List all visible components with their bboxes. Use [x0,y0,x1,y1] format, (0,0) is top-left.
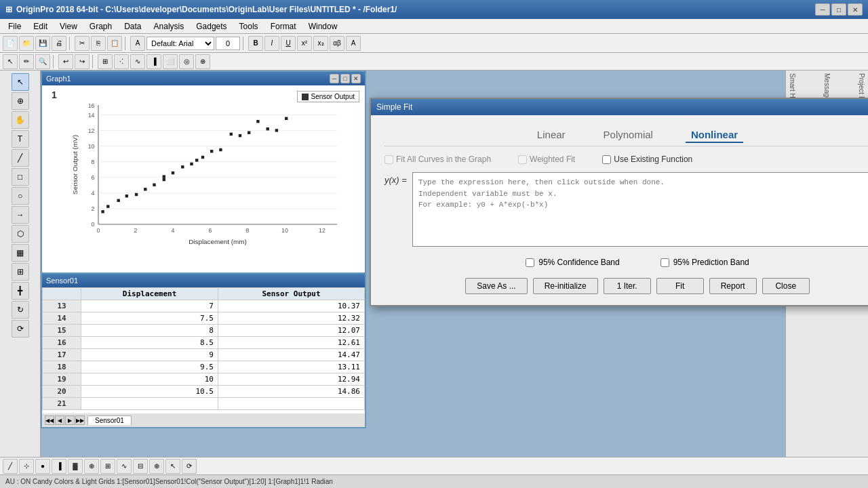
bt6[interactable]: ⊕ [84,459,99,474]
bold-btn[interactable]: B [248,36,263,51]
tab-linear[interactable]: Linear [532,127,571,143]
open-btn[interactable]: 📁 [19,36,34,51]
draw-btn[interactable]: ✏ [19,54,34,69]
weighted-fit-checkbox[interactable] [518,155,527,164]
close-button[interactable]: Close [762,278,810,294]
print-btn[interactable]: 🖨 [52,36,66,51]
underline-btn[interactable]: U [281,36,296,51]
arrow-tool[interactable]: → [12,206,29,224]
fit-all-curves-checkbox[interactable] [384,155,393,164]
misc1-btn[interactable]: ⬜ [163,54,178,69]
sheet-nav-next[interactable]: ▶ [65,415,75,425]
bt1[interactable]: ╱ [3,459,18,474]
graph-maximize[interactable]: □ [340,74,350,83]
sheet-nav-last[interactable]: ▶▶ [75,415,85,425]
region-tool[interactable]: ⬡ [12,225,29,243]
undo-btn[interactable]: ↩ [58,54,73,69]
expression-input[interactable] [412,172,868,247]
menu-format[interactable]: Format [265,20,302,33]
bt8[interactable]: ∿ [117,459,132,474]
close-button[interactable]: ✕ [848,3,863,16]
bt2[interactable]: ⊹ [19,459,34,474]
rect-tool[interactable]: □ [12,168,29,186]
screen-reader[interactable]: ╋ [12,282,29,300]
menu-view[interactable]: View [54,20,83,33]
reinitialize-button[interactable]: Re-initialize [533,278,598,294]
font-size-input[interactable] [216,37,240,50]
maximize-button[interactable]: □ [831,3,846,16]
menu-file[interactable]: File [3,20,26,33]
menu-analysis[interactable]: Analysis [149,20,190,33]
rotate-tool[interactable]: ↻ [12,301,29,319]
axis-btn[interactable]: ⊞ [98,54,113,69]
save-btn[interactable]: 💾 [35,36,50,51]
sheet-nav-prev[interactable]: ◀ [55,415,64,425]
superscript-btn[interactable]: x² [297,36,312,51]
3d-rotate-tool[interactable]: ⟳ [12,320,29,338]
bt5[interactable]: ▓ [68,459,83,474]
text-tool[interactable]: T [12,130,29,148]
bt7[interactable]: ⊞ [100,459,115,474]
graph-minimize[interactable]: ─ [330,74,339,83]
misc3-btn[interactable]: ⊕ [195,54,210,69]
symbol-btn[interactable]: αβ [330,36,344,51]
select-tool[interactable]: ↖ [12,73,29,91]
confidence-band-checkbox[interactable] [526,258,534,267]
scatter-btn[interactable]: ·⁚ [114,54,129,69]
fit-button[interactable]: Fit [656,278,704,294]
minimize-button[interactable]: ─ [815,3,830,16]
copy-btn[interactable]: ⎘ [91,36,106,51]
bt10[interactable]: ⊕ [149,459,164,474]
bt3[interactable]: ● [35,459,50,474]
pointer-btn[interactable]: ↖ [3,54,18,69]
prediction-band-checkbox[interactable] [660,258,669,267]
sheet-tab-sensor01[interactable]: Sensor01 [87,415,132,425]
redo-btn[interactable]: ↪ [75,54,90,69]
line-btn[interactable]: ∿ [130,54,145,69]
weighted-fit-option[interactable]: Weighted Fit [518,155,575,164]
misc2-btn[interactable]: ◎ [179,54,194,69]
save-as-button[interactable]: Save As ... [465,278,527,294]
bt12[interactable]: ⟳ [182,459,197,474]
paste-btn[interactable]: 📋 [107,36,122,51]
italic-btn[interactable]: I [264,36,279,51]
confidence-band-option[interactable]: 95% Confidence Band [526,258,619,267]
pan-tool[interactable]: ✋ [12,111,29,129]
cut-btn[interactable]: ✂ [75,36,90,51]
subscript-btn[interactable]: x₂ [313,36,328,51]
bt4[interactable]: ▐ [52,459,66,474]
draw-line-tool[interactable]: ╱ [12,149,29,167]
zoom-tool[interactable]: ⊕ [12,92,29,110]
svg-text:Displacement (mm): Displacement (mm) [189,238,247,245]
bt9[interactable]: ⊟ [133,459,148,474]
zoom-btn[interactable]: 🔍 [35,54,50,69]
menu-tools[interactable]: Tools [234,20,264,33]
mask-tool[interactable]: ▦ [12,244,29,262]
svg-rect-26 [106,205,109,207]
window-controls[interactable]: ─ □ ✕ [815,3,863,16]
menu-gadgets[interactable]: Gadgets [191,20,232,33]
prediction-band-option[interactable]: 95% Prediction Band [660,258,749,267]
text-btn[interactable]: A [346,36,361,51]
data-table-container[interactable]: Displacement Sensor Output 13 7 10.37 14… [42,287,365,413]
menu-window[interactable]: Window [303,20,343,33]
one-iter-button[interactable]: 1 Iter. [604,278,651,294]
tab-nonlinear[interactable]: Nonlinear [686,127,743,143]
new-btn[interactable]: 📄 [3,36,18,51]
menu-data[interactable]: Data [119,20,146,33]
menu-graph[interactable]: Graph [84,20,117,33]
bar-btn[interactable]: ▐ [146,54,161,69]
ellipse-tool[interactable]: ○ [12,187,29,205]
use-existing-option[interactable]: Use Existing Function [602,155,692,164]
graph-close[interactable]: ✕ [351,74,361,83]
font-select[interactable]: Default: Arial [146,37,214,50]
menu-edit[interactable]: Edit [28,20,53,33]
sheet-nav-first[interactable]: ◀◀ [45,415,54,425]
row-col2: 10.37 [218,300,364,312]
bt11[interactable]: ↖ [165,459,180,474]
tab-polynomial[interactable]: Polynomial [598,127,658,143]
fit-all-curves-option[interactable]: Fit All Curves in the Graph [384,155,491,164]
use-existing-checkbox[interactable] [602,155,611,164]
report-button[interactable]: Report [709,278,757,294]
data-reader[interactable]: ⊞ [12,263,29,281]
